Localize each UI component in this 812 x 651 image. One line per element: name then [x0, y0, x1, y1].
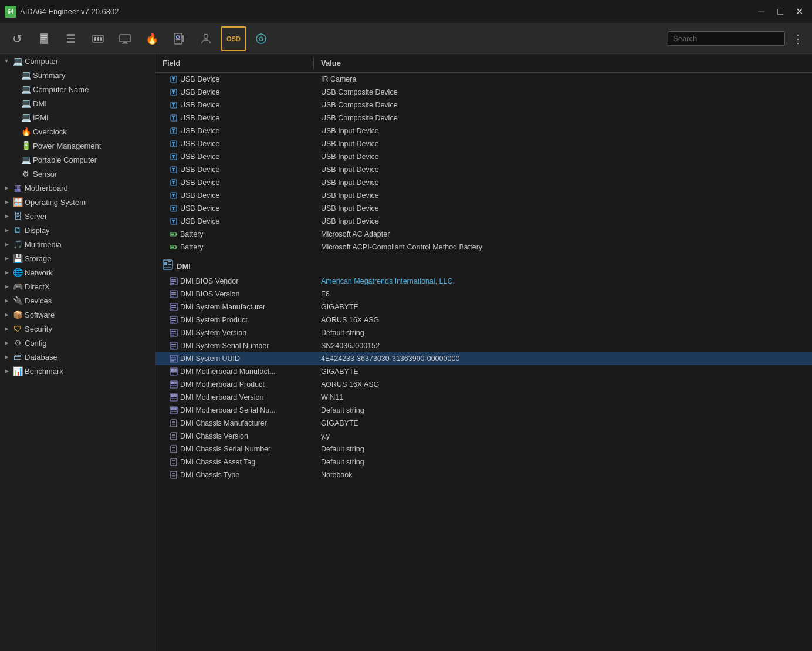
- sidebar-item-portable-computer[interactable]: ▶ 💻 Portable Computer: [0, 153, 155, 167]
- table-row[interactable]: USB Device USB Input Device: [155, 137, 812, 150]
- row-icon: [170, 432, 178, 440]
- value-cell: y.y: [314, 431, 812, 441]
- table-row[interactable]: DMI Motherboard Serial Nu... Default str…: [155, 404, 812, 417]
- sidebar-item-directx[interactable]: ▶ 🎮 DirectX: [0, 279, 155, 294]
- user-button[interactable]: [194, 26, 218, 51]
- table-row[interactable]: DMI System Serial Number SN24036J000152: [155, 339, 812, 352]
- sidebar-item-devices[interactable]: ▶ 🔌 Devices: [0, 294, 155, 308]
- minimize-button[interactable]: ─: [753, 4, 770, 20]
- table-row[interactable]: USB Device USB Input Device: [155, 124, 812, 137]
- field-cell: DMI System UUID: [155, 354, 314, 363]
- svg-rect-126: [172, 460, 175, 461]
- summary-icon: 💻: [21, 70, 31, 80]
- table-row[interactable]: DMI System Version Default string: [155, 326, 812, 339]
- table-row[interactable]: DMI System Manufacturer GIGABYTE: [155, 301, 812, 313]
- sidebar-item-config[interactable]: ▶ ⚙ Config: [0, 336, 155, 350]
- table-row[interactable]: Battery Microsoft AC Adapter: [155, 228, 812, 241]
- field-value: USB Device: [180, 127, 219, 135]
- table-row[interactable]: DMI System Product AORUS 16X ASG: [155, 313, 812, 326]
- overclock-button[interactable]: 🔥: [140, 26, 164, 51]
- sidebar-item-motherboard[interactable]: ▶ ▦ Motherboard: [0, 181, 155, 195]
- network-tools-button[interactable]: [113, 26, 137, 51]
- table-row[interactable]: DMI Motherboard Version WIN11: [155, 391, 812, 404]
- sidebar-item-label: Multimedia: [25, 240, 62, 249]
- sidebar-item-security[interactable]: ▶ 🛡 Security: [0, 322, 155, 336]
- svg-rect-87: [171, 335, 174, 336]
- table-row[interactable]: DMI BIOS Version F6: [155, 288, 812, 301]
- maximize-button[interactable]: □: [772, 4, 789, 20]
- table-row[interactable]: DMI Chassis Asset Tag Default string: [155, 456, 812, 468]
- table-row[interactable]: USB Device USB Composite Device: [155, 99, 812, 112]
- sidebar-item-operating-system[interactable]: ▶ 🪟 Operating System: [0, 195, 155, 209]
- sidebar-item-computer[interactable]: ▼ 💻 Computer: [0, 54, 155, 68]
- svg-rect-122: [171, 446, 177, 453]
- table-row[interactable]: DMI Motherboard Manufact... GIGABYTE: [155, 365, 812, 378]
- svg-rect-117: [172, 421, 175, 423]
- sidebar-item-network[interactable]: ▶ 🌐 Network: [0, 265, 155, 279]
- memory-button[interactable]: [86, 26, 110, 51]
- svg-rect-67: [164, 267, 171, 268]
- report-button[interactable]: [32, 26, 56, 51]
- sidebar-item-dmi[interactable]: ▶ 💻 DMI: [0, 96, 155, 110]
- sidebar-item-display[interactable]: ▶ 🖥 Display: [0, 223, 155, 237]
- table-row[interactable]: Battery Microsoft ACPI-Compliant Control…: [155, 241, 812, 254]
- tree-expand-arrow: ▶: [2, 268, 11, 276]
- value-cell: IR Camera: [314, 75, 812, 84]
- audit-button[interactable]: [167, 26, 191, 51]
- osd-button[interactable]: OSD: [221, 26, 246, 51]
- table-row[interactable]: DMI Chassis Manufacturer GIGABYTE: [155, 417, 812, 430]
- storage-icon: 💾: [12, 253, 23, 264]
- ipmi-icon: 💻: [21, 112, 31, 123]
- sidebar-item-storage[interactable]: ▶ 💾 Storage: [0, 251, 155, 265]
- sidebar-item-benchmark[interactable]: ▶ 📊 Benchmark: [0, 364, 155, 378]
- table-row[interactable]: USB Device USB Input Device: [155, 176, 812, 189]
- sidebar-item-multimedia[interactable]: ▶ 🎵 Multimedia: [0, 237, 155, 251]
- field-value: DMI Chassis Serial Number: [180, 445, 270, 453]
- tree-expand-arrow: ▶: [2, 282, 11, 291]
- table-row[interactable]: DMI Motherboard Product AORUS 16X ASG: [155, 378, 812, 391]
- svg-rect-28: [172, 103, 175, 104]
- table-row[interactable]: USB Device IR Camera: [155, 73, 812, 86]
- table-row[interactable]: USB Device USB Input Device: [155, 163, 812, 176]
- sidebar-item-power-management[interactable]: ▶ 🔋 Power Management: [0, 139, 155, 153]
- sidebar-item-label: Portable Computer: [33, 156, 97, 164]
- devices-icon: 🔌: [12, 295, 23, 306]
- close-button[interactable]: ✕: [791, 4, 807, 20]
- sidebar-item-database[interactable]: ▶ 🗃 Database: [0, 350, 155, 364]
- menu-dots[interactable]: ⋮: [789, 29, 807, 48]
- field-cell: USB Device: [155, 152, 314, 161]
- search-input[interactable]: [668, 31, 785, 46]
- table-row[interactable]: DMI BIOS Vendor American Megatrends Inte…: [155, 275, 812, 288]
- tree-expand-arrow: ▶: [2, 254, 11, 262]
- table-row[interactable]: DMI Chassis Serial Number Default string: [155, 443, 812, 456]
- section-label: DMI: [177, 262, 191, 271]
- settings-button[interactable]: [249, 26, 273, 51]
- sidebar-item-label: IPMI: [33, 113, 49, 122]
- table-row[interactable]: USB Device USB Input Device: [155, 150, 812, 163]
- svg-point-19: [256, 34, 266, 43]
- table-row[interactable]: USB Device USB Composite Device: [155, 86, 812, 99]
- layers-button[interactable]: [59, 26, 83, 51]
- main-layout: ▼ 💻 Computer ▶ 💻 Summary ▶ 💻 Computer Na…: [0, 54, 812, 651]
- refresh-button[interactable]: ↺: [5, 26, 29, 51]
- table-row[interactable]: USB Device USB Input Device: [155, 189, 812, 202]
- field-cell: USB Device: [155, 75, 314, 84]
- field-cell: USB Device: [155, 217, 314, 226]
- svg-rect-120: [172, 434, 175, 436]
- table-row[interactable]: DMI Chassis Version y.y: [155, 430, 812, 443]
- table-row[interactable]: DMI Chassis Type Notebook: [155, 468, 812, 481]
- table-row[interactable]: USB Device USB Input Device: [155, 215, 812, 228]
- sidebar-item-software[interactable]: ▶ 📦 Software: [0, 308, 155, 322]
- sidebar-item-ipmi[interactable]: ▶ 💻 IPMI: [0, 110, 155, 124]
- table-row[interactable]: USB Device USB Input Device: [155, 202, 812, 215]
- table-row[interactable]: USB Device USB Composite Device: [155, 112, 812, 124]
- sidebar-item-overclock[interactable]: ▶ 🔥 Overclock: [0, 124, 155, 139]
- sidebar-item-server[interactable]: ▶ 🗄 Server: [0, 209, 155, 223]
- table-row[interactable]: DMI System UUID 4E424233-36373030-313639…: [155, 352, 812, 365]
- security-icon: 🛡: [12, 323, 23, 334]
- field-cell: DMI BIOS Vendor: [155, 276, 314, 286]
- sidebar-item-computer-name[interactable]: ▶ 💻 Computer Name: [0, 82, 155, 96]
- sidebar-item-sensor[interactable]: ▶ ⚙ Sensor: [0, 167, 155, 181]
- sidebar-item-summary[interactable]: ▶ 💻 Summary: [0, 68, 155, 82]
- field-cell: DMI System Product: [155, 315, 314, 325]
